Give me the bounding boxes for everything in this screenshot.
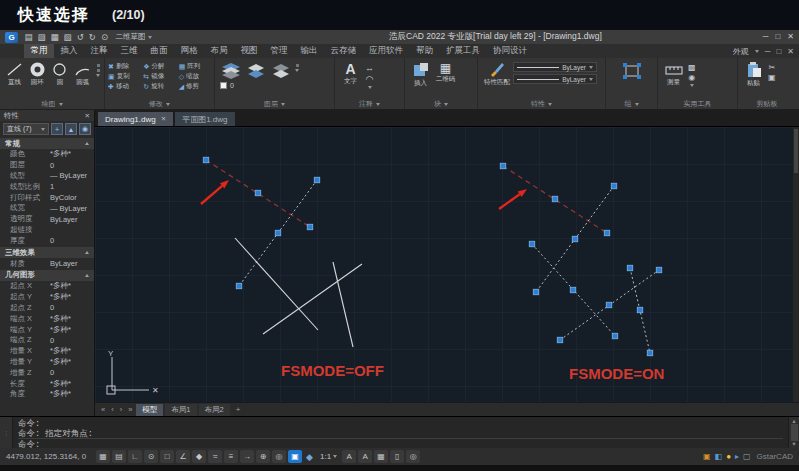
close-button[interactable]: ✕ — [787, 33, 794, 41]
property-row[interactable]: 颜色*多种* — [0, 149, 94, 160]
drawing-canvas[interactable]: FSMODE=OFFFSMODE=ON Y ✕ — [95, 127, 793, 402]
qrcode-button[interactable]: ▦ 二维码 — [433, 62, 458, 84]
property-row[interactable]: 透明度ByLayer — [0, 214, 94, 225]
scrollbar-thumb[interactable] — [794, 129, 798, 173]
layout-nav-prev[interactable]: ‹ — [109, 406, 116, 414]
utilities-group-label[interactable]: 实用工具 — [658, 99, 737, 109]
ribbon-tab[interactable]: 管理 — [264, 44, 294, 58]
grip-point[interactable] — [529, 241, 535, 247]
property-row[interactable]: 增量 Y*多种* — [0, 357, 94, 368]
measure-button[interactable]: 测量 — [661, 62, 686, 87]
utility-tools[interactable]: ▩ ◉ — [688, 64, 696, 87]
insert-block-button[interactable]: 插入 — [408, 62, 433, 88]
play-demo-icon[interactable]: ▸ — [735, 453, 739, 461]
palette-section-header[interactable]: 三维效果 — [0, 247, 94, 258]
property-row[interactable]: 增量 X*多种* — [0, 346, 94, 357]
text-tool-button[interactable]: A 文字 — [338, 62, 363, 86]
modify-tool-button[interactable]: ↻旋转 — [143, 82, 175, 91]
layers-group-label[interactable]: 图层 — [215, 99, 334, 109]
status-toggle-icon[interactable]: ⊙ — [144, 450, 158, 463]
status-tool-icon[interactable]: A — [358, 450, 372, 463]
document-tab[interactable]: 平面图1.dwg — [175, 112, 234, 126]
lineweight-select[interactable]: ByLayer — [513, 62, 597, 72]
property-row[interactable]: 端点 X*多种* — [0, 313, 94, 324]
ribbon-tab[interactable]: 云存储 — [324, 44, 363, 58]
grip-point[interactable] — [236, 283, 242, 289]
status-toggle-icon[interactable]: ◎ — [272, 450, 286, 463]
command-window-handle[interactable]: ⋮ — [0, 417, 13, 448]
cad-line[interactable] — [235, 238, 318, 330]
modify-group-label[interactable]: 修改 — [105, 99, 214, 109]
modify-tool-button[interactable]: ✖删除 — [108, 62, 140, 71]
workspace-switcher[interactable]: 二维草图 — [116, 32, 152, 42]
properties-group-label[interactable]: 特性 — [478, 99, 605, 109]
layout-nav-first[interactable]: « — [99, 406, 107, 414]
quick-access-icon[interactable]: ▦ — [51, 33, 59, 42]
select-objects-button[interactable]: ▲ — [65, 123, 77, 135]
red-arrow-cursor[interactable] — [201, 186, 222, 204]
grip-point[interactable] — [500, 163, 506, 169]
property-row[interactable]: 长度*多种* — [0, 378, 94, 389]
property-row[interactable]: 厚度0 — [0, 235, 94, 246]
annotate-group-label[interactable]: 注释 — [335, 99, 404, 109]
toggle-pickadd-button[interactable]: + — [51, 123, 63, 135]
quick-access-icon[interactable]: ↻ — [89, 33, 96, 42]
layer-selector[interactable]: 0 — [220, 82, 331, 89]
grip-point[interactable] — [627, 265, 633, 271]
status-toggle-icon[interactable]: ◆ — [192, 450, 206, 463]
property-row[interactable]: 线型比例1 — [0, 181, 94, 192]
layer-isolate-button[interactable] — [268, 62, 293, 80]
close-tab-icon[interactable]: ✕ — [161, 115, 166, 123]
status-tool-icon[interactable]: A — [342, 450, 356, 463]
app-logo[interactable]: G — [5, 32, 18, 43]
match-properties-button[interactable]: 特性匹配 — [481, 62, 513, 87]
layer-properties-button[interactable] — [218, 62, 243, 80]
layout-nav-last[interactable]: » — [126, 406, 134, 414]
ribbon-tab[interactable]: 布局 — [204, 44, 234, 58]
palette-close-icon[interactable]: ✕ — [85, 112, 90, 120]
copy-icon[interactable]: ▣ — [768, 74, 776, 82]
property-row[interactable]: 增量 Z0 — [0, 367, 94, 378]
grip-point[interactable] — [570, 287, 576, 293]
property-row[interactable]: 起点 X*多种* — [0, 281, 94, 292]
cloud-sync-icon[interactable]: ◧ — [715, 453, 723, 461]
property-row[interactable]: 打印样式ByColor — [0, 192, 94, 203]
status-toggle-icon-active[interactable]: ▣ — [288, 450, 302, 463]
ribbon-tab[interactable]: 常用 — [24, 44, 54, 58]
layout-tab[interactable]: 布局1 — [165, 404, 196, 416]
cad-line[interactable] — [333, 262, 353, 347]
red-arrow-cursor[interactable] — [499, 194, 520, 209]
doc-restore-button[interactable]: □ — [776, 47, 781, 56]
property-row[interactable]: 图层0 — [0, 160, 94, 171]
grip-point[interactable] — [656, 267, 662, 273]
group-button[interactable] — [619, 62, 644, 80]
palette-section-header[interactable]: 几何图形 — [0, 270, 94, 281]
grip-point[interactable] — [275, 230, 281, 236]
quick-select-button[interactable]: ◉ — [79, 123, 91, 135]
status-toggle-icon[interactable]: ≈ — [208, 450, 222, 463]
clipboard-tools[interactable]: ✂ ▣ — [768, 64, 776, 82]
grip-point[interactable] — [612, 333, 618, 339]
status-toggle-icon[interactable]: → — [240, 450, 254, 463]
clipboard-group-label[interactable]: 剪贴板 — [738, 99, 796, 109]
scroll-down-icon[interactable]: ▼ — [791, 441, 796, 447]
object-type-select[interactable]: 直线 (7) — [3, 123, 49, 135]
grip-point[interactable] — [552, 196, 558, 202]
dimension-tools[interactable]: ↔ ◠ — [365, 64, 374, 89]
status-toggle-icon[interactable]: ≡ — [224, 450, 238, 463]
linetype-select[interactable]: ByLayer — [513, 74, 597, 84]
property-row[interactable]: 线宽— ByLayer — [0, 203, 94, 214]
property-row[interactable]: 端点 Y*多种* — [0, 324, 94, 335]
grip-point[interactable] — [203, 157, 209, 163]
annotation-scale-control[interactable]: 1:1 — [320, 452, 337, 461]
property-row[interactable]: 材质ByLayer — [0, 258, 94, 269]
doc-close-button[interactable]: ✕ — [787, 47, 794, 56]
layers-more-tools[interactable] — [295, 64, 299, 72]
layout-tab[interactable]: 布局2 — [199, 404, 230, 416]
quick-select-icon[interactable]: ◉ — [688, 74, 695, 82]
scrollbar-thumb[interactable] — [791, 424, 798, 441]
linear-dimension-icon[interactable]: ↔ — [365, 64, 374, 73]
grip-point[interactable] — [255, 190, 261, 196]
clean-screen-icon[interactable]: ▢ — [743, 453, 751, 461]
grip-point[interactable] — [557, 337, 563, 343]
